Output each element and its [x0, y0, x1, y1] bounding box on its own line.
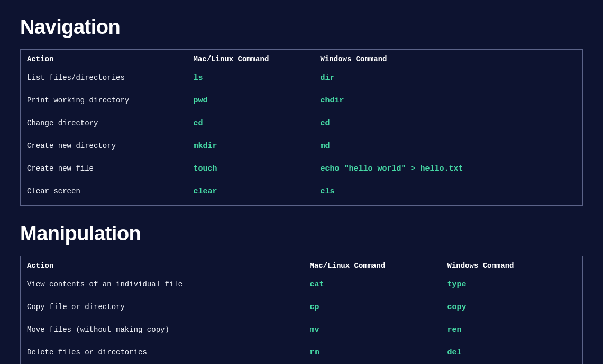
windows-command-cell: dir — [314, 67, 583, 89]
mac-command-cell: rm — [304, 341, 441, 364]
manipulation-table: Action Mac/Linux Command Windows Command… — [20, 256, 583, 364]
mac-command-cell: cat — [304, 273, 441, 296]
mac-command-cell: touch — [187, 157, 314, 180]
action-cell: List files/directories — [21, 67, 187, 89]
windows-command-cell: md — [314, 135, 583, 157]
manipulation-heading: Manipulation — [20, 222, 583, 245]
navigation-table: Action Mac/Linux Command Windows Command… — [20, 49, 583, 206]
table-row: Change directory cd cd — [21, 112, 583, 135]
table-row: Move files (without making copy) mv ren — [21, 319, 583, 341]
action-cell: Move files (without making copy) — [21, 319, 304, 341]
table-row: Delete files or directories rm del — [21, 341, 583, 364]
mac-command-cell: clear — [187, 180, 314, 206]
action-cell: Copy file or directory — [21, 296, 304, 319]
action-cell: Change directory — [21, 112, 187, 135]
table-row: Copy file or directory cp copy — [21, 296, 583, 319]
table-row: Clear screen clear cls — [21, 180, 583, 206]
column-header-windows: Windows Command — [314, 50, 583, 67]
navigation-heading: Navigation — [20, 16, 583, 39]
mac-command-cell: mkdir — [187, 135, 314, 157]
action-cell: Create new file — [21, 157, 187, 180]
mac-command-cell: cp — [304, 296, 441, 319]
column-header-action: Action — [21, 50, 187, 67]
table-header-row: Action Mac/Linux Command Windows Command — [21, 256, 583, 274]
table-row: Create new file touch echo "hello world"… — [21, 157, 583, 180]
windows-command-cell: del — [441, 341, 583, 364]
table-row: Print working directory pwd chdir — [21, 89, 583, 112]
mac-command-cell: ls — [187, 67, 314, 89]
mac-command-cell: mv — [304, 319, 441, 341]
action-cell: Print working directory — [21, 89, 187, 112]
column-header-windows: Windows Command — [441, 256, 583, 274]
manipulation-section: Manipulation Action Mac/Linux Command Wi… — [20, 222, 583, 364]
table-row: View contents of an individual file cat … — [21, 273, 583, 296]
windows-command-cell: echo "hello world" > hello.txt — [314, 157, 583, 180]
column-header-mac: Mac/Linux Command — [187, 50, 314, 67]
table-row: List files/directories ls dir — [21, 67, 583, 89]
windows-command-cell: chdir — [314, 89, 583, 112]
action-cell: View contents of an individual file — [21, 273, 304, 296]
table-header-row: Action Mac/Linux Command Windows Command — [21, 50, 583, 67]
windows-command-cell: type — [441, 273, 583, 296]
action-cell: Create new directory — [21, 135, 187, 157]
windows-command-cell: copy — [441, 296, 583, 319]
mac-command-cell: cd — [187, 112, 314, 135]
mac-command-cell: pwd — [187, 89, 314, 112]
windows-command-cell: cd — [314, 112, 583, 135]
table-row: Create new directory mkdir md — [21, 135, 583, 157]
column-header-action: Action — [21, 256, 304, 274]
navigation-section: Navigation Action Mac/Linux Command Wind… — [20, 16, 583, 206]
action-cell: Delete files or directories — [21, 341, 304, 364]
windows-command-cell: ren — [441, 319, 583, 341]
action-cell: Clear screen — [21, 180, 187, 206]
column-header-mac: Mac/Linux Command — [304, 256, 441, 274]
windows-command-cell: cls — [314, 180, 583, 206]
